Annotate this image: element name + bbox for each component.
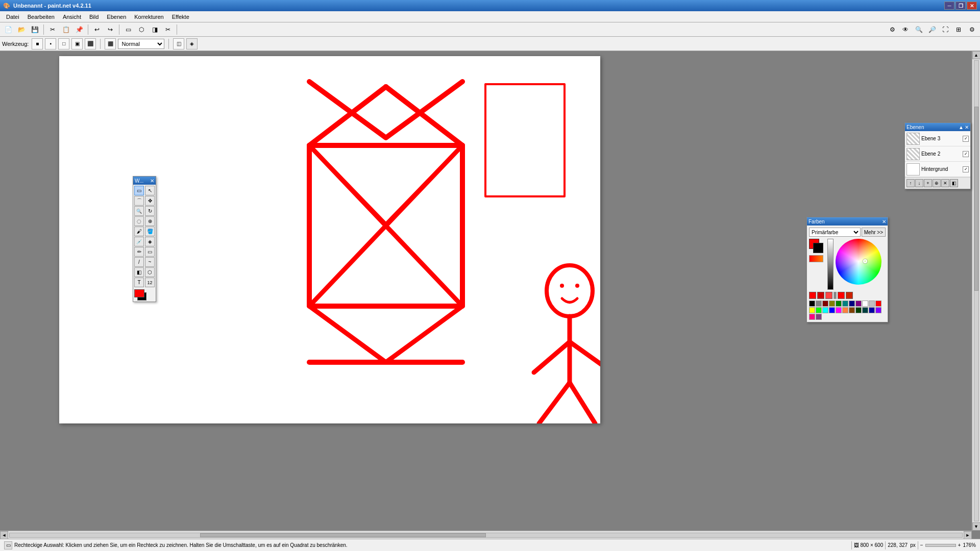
- zoom-plus[interactable]: +: [958, 542, 961, 548]
- palette-navy[interactable]: [849, 300, 855, 307]
- layer-delete[interactable]: ✕: [941, 179, 949, 187]
- color-wheel-container[interactable]: [827, 239, 884, 290]
- tool-size-medium[interactable]: ▪: [45, 38, 56, 49]
- menu-ebenen[interactable]: Ebenen: [103, 11, 130, 22]
- deselect-button[interactable]: ⬡: [135, 23, 148, 36]
- close-button[interactable]: ✕: [967, 2, 977, 10]
- tool-magic-wand[interactable]: ◌: [134, 216, 144, 226]
- palette-magenta[interactable]: [836, 307, 842, 313]
- palette-darkblue[interactable]: [869, 307, 875, 313]
- palette-violet[interactable]: [875, 307, 881, 313]
- layer-move-up[interactable]: ↑: [906, 179, 915, 187]
- menu-datei[interactable]: Datei: [2, 11, 23, 22]
- palette-yellow[interactable]: [809, 307, 815, 313]
- menu-ansicht[interactable]: Ansicht: [59, 11, 85, 22]
- layer-duplicate[interactable]: ⊕: [933, 179, 941, 187]
- tools-close-button[interactable]: ✕: [150, 178, 154, 184]
- tool-pencil[interactable]: ✏: [134, 247, 144, 257]
- tool-brush[interactable]: /: [134, 257, 144, 267]
- palette-lime[interactable]: [816, 307, 822, 313]
- palette-cyan[interactable]: [822, 307, 828, 313]
- cut-button[interactable]: ✂: [46, 23, 59, 36]
- tool-fg-color[interactable]: [134, 289, 144, 297]
- fit-window-button[interactable]: ⛶: [939, 23, 951, 36]
- tools-window-title[interactable]: W... ✕: [133, 177, 156, 185]
- layer-move-down[interactable]: ↓: [915, 179, 923, 187]
- layer-add[interactable]: +: [924, 179, 932, 187]
- recent-swatch-3[interactable]: [825, 292, 832, 299]
- recent-swatch-1[interactable]: [809, 292, 816, 299]
- crop-button[interactable]: ✂: [162, 23, 174, 36]
- tool-size-large[interactable]: □: [58, 38, 69, 49]
- vscroll-thumb[interactable]: [974, 107, 978, 291]
- view-button[interactable]: 👁: [899, 23, 912, 36]
- palette-olive[interactable]: [829, 300, 835, 307]
- active-swatch[interactable]: [838, 292, 845, 299]
- palette-orange[interactable]: [842, 307, 848, 313]
- palette-gray[interactable]: [816, 300, 822, 307]
- palette-green[interactable]: [836, 300, 842, 307]
- zoom-out-button[interactable]: 🔎: [926, 23, 938, 36]
- palette-black[interactable]: [809, 300, 815, 307]
- layer-row-3[interactable]: Ebene 3 ✓: [905, 131, 970, 146]
- menu-bearbeiten[interactable]: Bearbeiten: [23, 11, 59, 22]
- layers-scroll-up[interactable]: ▲: [959, 124, 964, 130]
- tool-smudge[interactable]: ~: [145, 257, 155, 267]
- vertical-scrollbar[interactable]: ▲ ▼: [972, 51, 980, 531]
- color-square[interactable]: ◈: [186, 38, 198, 49]
- invert-select-button[interactable]: ◨: [149, 23, 161, 36]
- new-button[interactable]: 📄: [2, 23, 14, 36]
- save-button[interactable]: 💾: [29, 23, 41, 36]
- tool-shapes[interactable]: ⬡: [145, 267, 155, 277]
- palette-teal[interactable]: [842, 300, 848, 307]
- vscroll-up[interactable]: ▲: [972, 51, 981, 59]
- tool-number[interactable]: 12: [145, 278, 155, 287]
- color-channel-select[interactable]: Primärfarbe: [809, 228, 861, 237]
- hscroll-right[interactable]: ►: [964, 531, 972, 539]
- lightness-slider[interactable]: [827, 239, 834, 290]
- palette-pink[interactable]: [809, 314, 815, 320]
- palette-red[interactable]: [875, 300, 881, 307]
- tool-clone[interactable]: ◈: [145, 237, 155, 246]
- tool-size-small[interactable]: ■: [32, 38, 43, 49]
- palette-white[interactable]: [862, 300, 868, 307]
- menu-bild[interactable]: Bild: [85, 11, 103, 22]
- palette-darkred[interactable]: [822, 300, 828, 307]
- zoom-in-button[interactable]: 🔍: [913, 23, 925, 36]
- layer-merge[interactable]: ◧: [950, 179, 958, 187]
- canvas-container[interactable]: W... ✕ ▭ ↖ ⌒ ✥ 🔍 ↻ ◌ ⊕ 🖌 🪣 💉 ◈ ✏ ▭ / ~: [0, 51, 980, 539]
- tool-eraser[interactable]: ▭: [145, 247, 155, 257]
- layer-bg-visibility[interactable]: ✓: [963, 166, 969, 172]
- tool-select-rect[interactable]: ▭: [134, 186, 144, 195]
- tool-move-arrow[interactable]: ↖: [145, 186, 155, 195]
- redo-button[interactable]: ↪: [104, 23, 116, 36]
- select-all-button[interactable]: ▭: [122, 23, 134, 36]
- color-panel-close-button[interactable]: ✕: [882, 219, 886, 224]
- restore-button[interactable]: ❐: [955, 2, 966, 10]
- tool-recolor[interactable]: 🖌: [134, 227, 144, 236]
- hscroll-left[interactable]: ◄: [0, 531, 8, 539]
- layer-3-visibility[interactable]: ✓: [963, 136, 969, 142]
- layer-row-bg[interactable]: Hintergrund ✓: [905, 162, 970, 177]
- bg-swatch[interactable]: [813, 243, 823, 253]
- tool-gradient[interactable]: ◧: [134, 267, 144, 277]
- tool-zoom2[interactable]: ⊕: [145, 216, 155, 226]
- paste-button[interactable]: 📌: [73, 23, 85, 36]
- actual-size-button[interactable]: ⊞: [952, 23, 965, 36]
- hscroll-thumb[interactable]: [200, 533, 486, 537]
- palette-purple[interactable]: [855, 300, 862, 307]
- tool-size-xlarge[interactable]: ▣: [71, 38, 83, 49]
- recent-swatch-2[interactable]: [817, 292, 824, 299]
- tool-fill[interactable]: 🪣: [145, 227, 155, 236]
- layers-panel-title[interactable]: Ebenen ▲ ✕: [905, 123, 970, 131]
- layer-2-visibility[interactable]: ✓: [963, 151, 969, 157]
- palette-mauve[interactable]: [816, 314, 822, 320]
- tool-lasso[interactable]: ⌒: [134, 196, 144, 206]
- zoom-minus[interactable]: −: [920, 542, 923, 548]
- mehr-button[interactable]: Mehr >>: [862, 228, 886, 237]
- tool-size-xxlarge[interactable]: ⬛: [85, 38, 96, 49]
- undo-button[interactable]: ↩: [91, 23, 103, 36]
- palette-brown[interactable]: [849, 307, 855, 313]
- menu-korrekturen[interactable]: Korrekturen: [130, 11, 167, 22]
- tool-rotate-zoom[interactable]: ↻: [145, 206, 155, 216]
